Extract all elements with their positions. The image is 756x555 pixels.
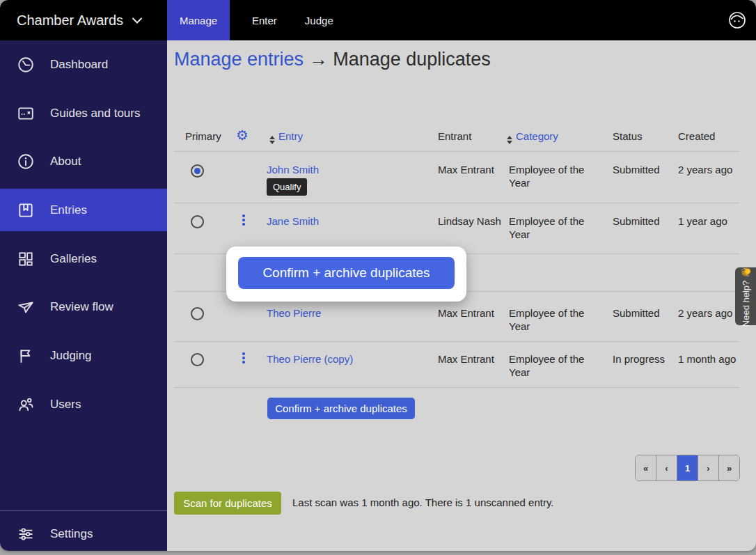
breadcrumb-arrow: →: [309, 49, 328, 70]
sidebar-item-judging[interactable]: Judging: [0, 334, 167, 377]
sliders-icon: [16, 524, 36, 544]
users-icon: [16, 395, 36, 414]
map-icon: [16, 104, 36, 123]
sidebar-item-galleries[interactable]: Galleries: [0, 237, 167, 280]
status-cell: Submitted: [613, 163, 667, 176]
confirm-archive-duplicates-button-highlighted[interactable]: Confirm + archive duplicates: [238, 257, 455, 289]
entry-link[interactable]: Theo Pierre: [267, 306, 430, 320]
brand-label: Chamber Awards: [17, 13, 123, 29]
col-header-entrant: Entrant: [438, 130, 471, 143]
pagination-prev-button[interactable]: ‹: [656, 455, 677, 480]
col-header-entry[interactable]: Entry: [269, 130, 303, 144]
kebab-menu-icon[interactable]: [241, 351, 246, 365]
top-nav: Manage Enter Judge: [167, 0, 347, 40]
sidebar-item-label: Judging: [50, 349, 92, 363]
col-header-status: Status: [613, 130, 643, 143]
entrant-cell: Max Entrant: [438, 352, 502, 366]
entry-link[interactable]: Jane Smith: [267, 214, 430, 228]
table-row: John Smith Qualify Max Entrant Employee …: [167, 152, 756, 203]
sidebar-item-entries[interactable]: Entries: [0, 189, 167, 231]
pagination-last-button[interactable]: »: [718, 455, 739, 480]
status-cell: Submitted: [613, 306, 667, 320]
breadcrumb: Manage entries → Manage duplicates: [174, 49, 491, 70]
created-cell: 1 year ago: [678, 214, 739, 228]
waving-hand-icon: 👋: [741, 266, 751, 277]
dashboard-icon: [16, 55, 36, 75]
created-cell: 1 month ago: [678, 352, 739, 366]
sidebar-item-label: Guides and tours: [50, 107, 140, 120]
grid-icon: [16, 249, 36, 269]
status-cell: Submitted: [613, 214, 667, 228]
tour-spotlight-popup: Confirm + archive duplicates: [226, 247, 466, 302]
top-bar: Chamber Awards Manage Enter Judge: [0, 0, 756, 40]
tab-judge[interactable]: Judge: [291, 0, 347, 40]
entrant-cell: Max Entrant: [438, 163, 502, 176]
category-cell: Employee of the Year: [509, 163, 590, 189]
sidebar-item-label: Entries: [50, 203, 87, 217]
status-cell: In progress: [613, 352, 667, 366]
created-cell: 2 years ago: [678, 163, 739, 176]
sidebar-item-label: Dashboard: [50, 58, 108, 72]
send-icon: [16, 297, 36, 317]
page-title: Manage duplicates: [333, 49, 491, 70]
category-cell: Employee of the Year: [509, 306, 590, 333]
col-header-primary: Primary: [185, 130, 221, 143]
created-cell: 2 years ago: [678, 306, 739, 320]
pagination-next-button[interactable]: ›: [698, 455, 718, 480]
brand-menu[interactable]: Chamber Awards: [17, 0, 143, 40]
main-content: Manage entries → Manage duplicates Prima…: [167, 40, 756, 551]
info-icon: [16, 152, 36, 171]
entry-link[interactable]: Theo Pierre (copy): [267, 352, 430, 366]
qualify-badge: Qualify: [267, 178, 307, 196]
sidebar-item-review-flow[interactable]: Review flow: [0, 286, 167, 328]
sidebar-item-settings[interactable]: Settings: [0, 513, 167, 551]
sidebar-divider: [0, 510, 167, 511]
confirm-archive-duplicates-button[interactable]: Confirm + archive duplicates: [267, 398, 415, 419]
primary-radio[interactable]: [191, 353, 204, 366]
user-avatar-icon[interactable]: [727, 10, 747, 30]
entrant-cell: Lindsay Nash: [438, 214, 502, 228]
primary-radio[interactable]: [191, 215, 204, 228]
gear-icon[interactable]: ⚙: [236, 128, 249, 142]
entrant-cell: Max Entrant: [438, 306, 502, 320]
flag-icon: [16, 346, 36, 366]
sidebar-item-label: Users: [50, 398, 81, 412]
sidebar-item-dashboard[interactable]: Dashboard: [0, 43, 167, 86]
breadcrumb-link[interactable]: Manage entries: [174, 49, 304, 70]
tab-manage[interactable]: Manage: [167, 0, 230, 40]
row-divider: [174, 387, 739, 388]
tab-enter[interactable]: Enter: [238, 0, 291, 40]
chevron-down-icon: [132, 17, 143, 24]
scan-for-duplicates-button[interactable]: Scan for duplicates: [174, 492, 281, 515]
pagination-page-1-button[interactable]: 1: [677, 455, 698, 480]
sort-icon[interactable]: [507, 136, 512, 144]
table-row: Theo Pierre (copy) Max Entrant Employee …: [167, 342, 756, 387]
need-help-label: Need help?: [741, 280, 751, 327]
sidebar: Dashboard Guides and tours About: [0, 40, 167, 551]
sidebar-item-label: Settings: [50, 527, 93, 541]
primary-radio[interactable]: [191, 164, 204, 178]
scan-status-text: Last scan was 1 month ago. There is 1 un…: [292, 497, 554, 508]
pagination-first-button[interactable]: «: [636, 455, 656, 480]
sidebar-item-about[interactable]: About: [0, 140, 167, 182]
sidebar-item-label: Galleries: [50, 252, 97, 266]
category-cell: Employee of the Year: [509, 352, 590, 379]
entry-link[interactable]: John Smith: [267, 163, 430, 176]
need-help-tab[interactable]: Need help? 👋: [735, 267, 756, 325]
primary-radio[interactable]: [191, 307, 204, 320]
sidebar-item-users[interactable]: Users: [0, 383, 167, 425]
category-cell: Employee of the Year: [509, 214, 590, 241]
col-header-category[interactable]: Category: [507, 130, 558, 144]
col-header-created: Created: [678, 130, 715, 143]
sidebar-item-guides[interactable]: Guides and tours: [0, 92, 167, 134]
sort-icon[interactable]: [269, 136, 275, 144]
kebab-menu-icon[interactable]: [241, 213, 246, 227]
sidebar-item-label: About: [50, 155, 81, 169]
pagination: « ‹ 1 › »: [635, 455, 740, 481]
app-window: Chamber Awards Manage Enter Judge: [0, 0, 756, 551]
bookmark-icon: [16, 201, 36, 220]
sidebar-item-label: Review flow: [50, 300, 113, 314]
